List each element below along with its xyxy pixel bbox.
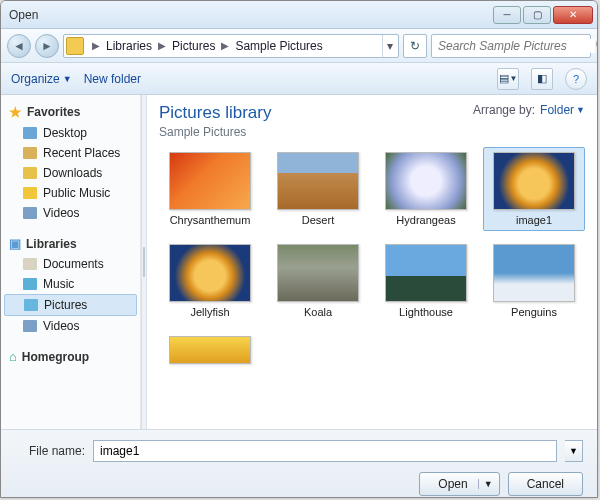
thumbnail-lighthouse[interactable]: Lighthouse [375, 239, 477, 323]
sidebar-item-label: Public Music [43, 186, 110, 200]
cancel-button[interactable]: Cancel [508, 472, 583, 496]
lib-item-icon [23, 278, 37, 290]
maximize-button[interactable]: ▢ [523, 6, 551, 24]
thumbnail-image [277, 152, 359, 210]
sidebar-item-label: Documents [43, 257, 104, 271]
chevron-right-icon: ▶ [154, 40, 170, 51]
sidebar-item-videos[interactable]: Videos [1, 203, 140, 223]
refresh-button[interactable]: ↻ [403, 34, 427, 58]
sidebar-item-label: Recent Places [43, 146, 120, 160]
crumb-sample-pictures[interactable]: Sample Pictures [233, 39, 324, 53]
sidebar-item-label: Downloads [43, 166, 102, 180]
fav-item-icon [23, 127, 37, 139]
fav-item-icon [23, 187, 37, 199]
sidebar-item-label: Pictures [44, 298, 87, 312]
homegroup-icon: ⌂ [9, 349, 17, 364]
view-options-button[interactable]: ▤▼ [497, 68, 519, 90]
thumbnail-label: Penguins [511, 306, 557, 318]
search-icon: 🔍 [595, 39, 598, 53]
thumbnail-jellyfish[interactable]: Jellyfish [159, 239, 261, 323]
chevron-right-icon: ▶ [88, 40, 104, 51]
thumbnail-image [493, 152, 575, 210]
thumbnail-penguins[interactable]: Penguins [483, 239, 585, 323]
thumbnail-label: Chrysanthemum [170, 214, 251, 226]
thumbnail-desert[interactable]: Desert [267, 147, 369, 231]
library-title: Pictures library [159, 103, 271, 123]
thumbnail-image [277, 244, 359, 302]
sidebar-item-downloads[interactable]: Downloads [1, 163, 140, 183]
crumb-libraries[interactable]: Libraries [104, 39, 154, 53]
toolbar: Organize▼ New folder ▤▼ ◧ ? [1, 63, 597, 95]
folder-icon [66, 37, 84, 55]
new-folder-button[interactable]: New folder [84, 72, 141, 86]
path-dropdown[interactable]: ▾ [382, 35, 396, 57]
fav-item-icon [23, 147, 37, 159]
star-icon: ★ [9, 104, 22, 120]
thumbnail-label: Jellyfish [190, 306, 229, 318]
thumbnail-image [169, 152, 251, 210]
filename-input[interactable] [93, 440, 557, 462]
minimize-button[interactable]: ─ [493, 6, 521, 24]
fav-item-icon [23, 167, 37, 179]
sidebar-item-label: Videos [43, 319, 79, 333]
sidebar-item-label: Music [43, 277, 74, 291]
homegroup-header[interactable]: ⌂Homegroup [1, 346, 140, 367]
sidebar-item-documents[interactable]: Documents [1, 254, 140, 274]
thumbnail-chrysanthemum[interactable]: Chrysanthemum [159, 147, 261, 231]
libraries-icon: ▣ [9, 236, 21, 251]
filename-label: File name: [15, 444, 85, 458]
titlebar: Open ─ ▢ ✕ [1, 1, 597, 29]
close-button[interactable]: ✕ [553, 6, 593, 24]
libraries-header[interactable]: ▣Libraries [1, 233, 140, 254]
filename-dropdown[interactable]: ▼ [565, 440, 583, 462]
thumbnail-label: image1 [516, 214, 552, 226]
thumbnail-image1[interactable]: image1 [483, 147, 585, 231]
sidebar-item-recent-places[interactable]: Recent Places [1, 143, 140, 163]
sidebar-item-videos[interactable]: Videos [1, 316, 140, 336]
arrange-by-link[interactable]: Folder▼ [540, 103, 585, 117]
thumbnail-hydrangeas[interactable]: Hydrangeas [375, 147, 477, 231]
thumbnail-label: Desert [302, 214, 334, 226]
sidebar-item-desktop[interactable]: Desktop [1, 123, 140, 143]
search-input[interactable] [432, 39, 595, 53]
breadcrumb[interactable]: ▶ Libraries ▶ Pictures ▶ Sample Pictures… [63, 34, 399, 58]
window-title: Open [5, 8, 491, 22]
thumbnail-image [169, 244, 251, 302]
help-button[interactable]: ? [565, 68, 587, 90]
crumb-pictures[interactable]: Pictures [170, 39, 217, 53]
open-button[interactable]: Open▼ [419, 472, 499, 496]
lib-item-icon [23, 258, 37, 270]
thumbnail-label: Lighthouse [399, 306, 453, 318]
chevron-down-icon: ▼ [63, 74, 72, 84]
main-pane: Pictures library Sample Pictures Arrange… [147, 95, 597, 429]
footer: File name: ▼ Open▼ Cancel [1, 429, 597, 498]
back-button[interactable]: ◄ [7, 34, 31, 58]
lib-item-icon [24, 299, 38, 311]
chevron-right-icon: ▶ [217, 40, 233, 51]
lib-item-icon [23, 320, 37, 332]
library-subtitle: Sample Pictures [159, 125, 271, 139]
sidebar-item-label: Desktop [43, 126, 87, 140]
search-box[interactable]: 🔍 [431, 34, 591, 58]
nav-bar: ◄ ► ▶ Libraries ▶ Pictures ▶ Sample Pict… [1, 29, 597, 63]
preview-pane-button[interactable]: ◧ [531, 68, 553, 90]
thumbnail-koala[interactable]: Koala [267, 239, 369, 323]
forward-button[interactable]: ► [35, 34, 59, 58]
thumbnail-image [385, 244, 467, 302]
arrange-by: Arrange by: Folder▼ [473, 103, 585, 117]
sidebar-item-pictures[interactable]: Pictures [4, 294, 137, 316]
sidebar-item-music[interactable]: Music [1, 274, 140, 294]
thumbnail-image [385, 152, 467, 210]
thumbnail-label: Koala [304, 306, 332, 318]
sidebar-item-label: Videos [43, 206, 79, 220]
fav-item-icon [23, 207, 37, 219]
thumbnail-label: Hydrangeas [396, 214, 455, 226]
sidebar: ★Favorites DesktopRecent PlacesDownloads… [1, 95, 141, 429]
sidebar-item-public-music[interactable]: Public Music [1, 183, 140, 203]
thumbnail-image [169, 336, 251, 364]
thumbnail-partial[interactable] [159, 331, 261, 369]
chevron-down-icon: ▼ [478, 479, 493, 489]
thumbnail-image [493, 244, 575, 302]
organize-button[interactable]: Organize▼ [11, 72, 72, 86]
favorites-header[interactable]: ★Favorites [1, 101, 140, 123]
